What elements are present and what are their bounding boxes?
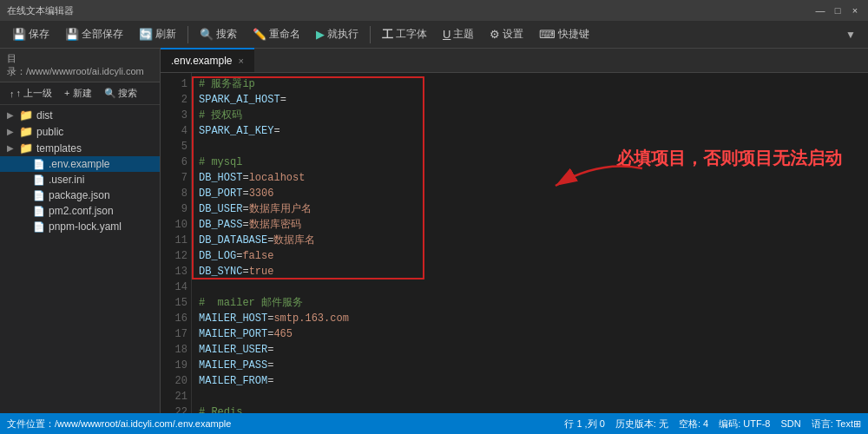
up-button[interactable]: ↑ ↑ 上一级	[5, 85, 56, 102]
settings-icon: ⚙	[490, 28, 500, 41]
code-line-17: MAILER_PORT=465	[199, 326, 861, 342]
editor-content: 必填项目，否则项目无法启动 12345678910111213141516171…	[161, 73, 868, 413]
tree-item-dist[interactable]: ▶ 📁 dist	[0, 107, 160, 123]
code-editor[interactable]: # 服务器ipSPARK_AI_HOST=# 授权码SPARK_AI_KEY= …	[192, 73, 868, 413]
line-numbers: 1234567891011121314151617181920212223242…	[161, 73, 192, 413]
save-button[interactable]: 💾 保存	[5, 24, 56, 44]
window-controls[interactable]: — □ ×	[814, 4, 861, 16]
maximize-button[interactable]: □	[832, 4, 844, 16]
search-icon: 🔍	[200, 28, 214, 41]
main-layout: 目录：/www/wwwroot/ai.idcyli.com ↑ ↑ 上一级 + …	[0, 49, 868, 413]
shortcut-icon: ⌨	[539, 28, 556, 41]
file-icon: 📄	[33, 206, 45, 217]
file-tree: ▶ 📁 dist ▶ 📁 public ▶ 📁 templates 📄 .env…	[0, 105, 160, 413]
refresh-button[interactable]: 🔄 刷新	[132, 24, 183, 44]
expand-button[interactable]: ▼	[838, 29, 863, 41]
tree-item-label: pnpm-lock.yaml	[49, 220, 122, 233]
save-all-button[interactable]: 💾 全部保存	[58, 24, 130, 44]
sidebar-actions: ↑ ↑ 上一级 + 新建 🔍 搜索	[0, 82, 160, 105]
code-line-22: # Redis	[199, 404, 861, 413]
tree-item-public[interactable]: ▶ 📁 public	[0, 123, 160, 140]
tab-label: .env.example	[171, 55, 232, 67]
tree-item-label: .env.example	[49, 158, 109, 170]
title-bar: 在线文本编辑器 — □ ×	[0, 0, 868, 21]
chevron-icon: ▶	[7, 143, 16, 153]
theme-label: 主题	[453, 27, 474, 42]
new-file-button[interactable]: + 新建	[60, 85, 95, 102]
sidebar-search-button[interactable]: 🔍 搜索	[100, 85, 141, 102]
tab-env-example[interactable]: .env.example ×	[161, 48, 254, 72]
sidebar-path: 目录：/www/wwwroot/ai.idcyli.com	[0, 49, 160, 82]
tree-item-templates[interactable]: ▶ 📁 templates	[0, 140, 160, 156]
new-label: + 新建	[64, 87, 91, 100]
refresh-icon: 🔄	[139, 28, 153, 41]
code-line-8: DB_PORT=3306	[199, 186, 861, 201]
sidebar-search-label: 搜索	[118, 87, 137, 100]
run-button[interactable]: ▶ 就执行	[309, 24, 365, 44]
code-line-16: MAILER_HOST=smtp.163.com	[199, 311, 861, 326]
up-label: ↑ 上一级	[16, 87, 53, 100]
search-label: 搜索	[216, 27, 237, 42]
font-label: 工字体	[396, 27, 427, 42]
cursor-position: 行 1 ,列 0	[564, 418, 604, 431]
file-icon: 📄	[33, 174, 45, 186]
separator-1	[187, 26, 188, 43]
tab-close-button[interactable]: ×	[238, 56, 243, 66]
settings-button[interactable]: ⚙ 设置	[483, 24, 530, 44]
code-line-7: DB_HOST=localhost	[199, 170, 861, 186]
code-line-19: MAILER_PASS=	[199, 358, 861, 373]
rename-button[interactable]: ✏️ 重命名	[246, 24, 307, 44]
folder-icon: 📁	[19, 108, 33, 122]
history-version: 历史版本: 无	[615, 418, 668, 431]
chevron-icon: ▶	[7, 110, 16, 120]
code-line-21	[199, 389, 861, 404]
code-line-15: # mailer 邮件服务	[199, 295, 861, 311]
title-text: 在线文本编辑器	[7, 4, 74, 17]
tab-bar: .env.example ×	[161, 49, 868, 73]
font-button[interactable]: 工 工字体	[375, 24, 434, 45]
file-icon: 📄	[33, 221, 45, 233]
sidebar: 目录：/www/wwwroot/ai.idcyli.com ↑ ↑ 上一级 + …	[0, 49, 161, 413]
separator-2	[370, 26, 371, 43]
platform-info: SDN	[780, 418, 800, 429]
up-icon: ↑	[10, 89, 15, 99]
run-label: 就执行	[327, 27, 358, 42]
code-line-12: DB_LOG=false	[199, 248, 861, 264]
toolbar: 💾 保存 💾 全部保存 🔄 刷新 🔍 搜索 ✏️ 重命名 ▶ 就执行 工 工字体…	[0, 21, 868, 49]
file-icon: 📄	[33, 159, 45, 170]
code-line-1: # 服务器ip	[199, 76, 861, 92]
close-button[interactable]: ×	[849, 4, 861, 16]
tree-item-label: package.json	[49, 189, 110, 201]
tree-item-pm2-conf[interactable]: 📄 pm2.conf.json	[0, 203, 160, 219]
tree-item-label: dist	[36, 109, 53, 122]
folder-icon: 📁	[19, 125, 33, 138]
save-all-icon: 💾	[65, 28, 79, 41]
shortcut-label: 快捷键	[558, 27, 589, 42]
tree-item-label: public	[36, 126, 63, 138]
code-line-11: DB_DATABASE=数据库名	[199, 233, 861, 248]
minimize-button[interactable]: —	[814, 4, 826, 16]
file-icon: 📄	[33, 190, 45, 201]
tree-item-user-ini[interactable]: 📄 .user.ini	[0, 172, 160, 187]
run-icon: ▶	[316, 28, 325, 41]
status-left: 文件位置：/www/wwwroot/ai.idcyli.com/.env.exa…	[7, 418, 231, 431]
tree-item-env-example[interactable]: 📄 .env.example	[0, 156, 160, 172]
code-line-9: DB_USER=数据库用户名	[199, 201, 861, 217]
code-line-2: SPARK_AI_HOST=	[199, 92, 861, 108]
shortcut-button[interactable]: ⌨ 快捷键	[532, 24, 596, 44]
search-button[interactable]: 🔍 搜索	[193, 24, 244, 44]
status-bar: 文件位置：/www/wwwroot/ai.idcyli.com/.env.exa…	[0, 413, 868, 434]
encoding-info: 编码: UTF-8	[719, 418, 770, 431]
tree-item-label: .user.ini	[49, 174, 84, 186]
tree-item-package-json[interactable]: 📄 package.json	[0, 187, 160, 203]
editor-area: .env.example × 必填项目，否则项目无法启动	[161, 49, 868, 413]
sidebar-search-icon: 🔍	[104, 88, 116, 99]
tree-item-label: templates	[36, 142, 82, 155]
tree-item-pnpm-lock[interactable]: 📄 pnpm-lock.yaml	[0, 219, 160, 234]
language-info: 语言: Text⊞	[812, 418, 861, 431]
theme-icon: U	[443, 28, 450, 41]
code-line-20: MAILER_FROM=	[199, 373, 861, 389]
theme-button[interactable]: U 主题	[436, 24, 481, 44]
spaces-info: 空格: 4	[679, 418, 708, 431]
code-line-3: # 授权码	[199, 108, 861, 123]
